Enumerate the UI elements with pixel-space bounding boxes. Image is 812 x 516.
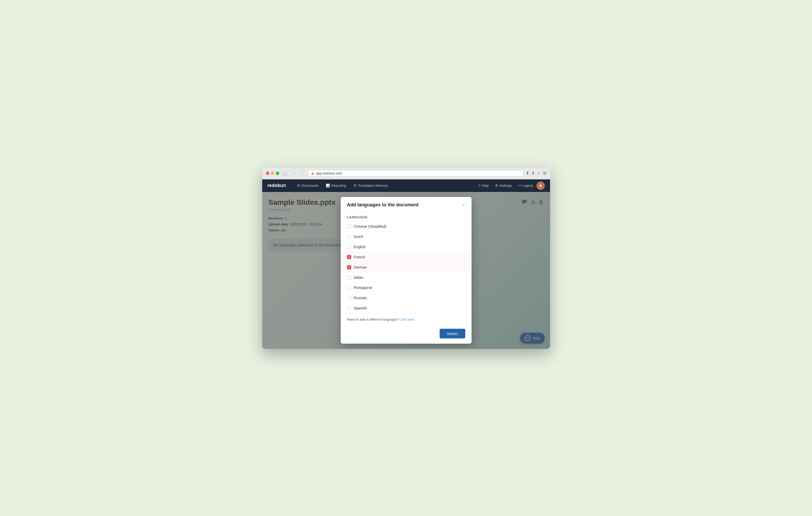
checkbox-french[interactable] bbox=[347, 255, 351, 259]
nav-reporting-label: Reporting bbox=[331, 184, 346, 187]
checkbox-dutch[interactable] bbox=[347, 235, 351, 239]
settings-icon: ⚙ bbox=[495, 184, 498, 187]
language-label-spanish: Spanish bbox=[354, 306, 367, 310]
language-item-russian[interactable]: Russian bbox=[341, 293, 471, 303]
avatar: A bbox=[536, 182, 545, 190]
checkbox-portuguese[interactable] bbox=[347, 285, 351, 290]
language-label-chinese-simplified: Chinese (Simplified) bbox=[354, 224, 386, 229]
share-icon[interactable]: ⬆ bbox=[531, 171, 535, 176]
language-list: Chinese (Simplified) Dutch English bbox=[341, 221, 471, 313]
grid-icon[interactable]: ⊞ bbox=[543, 171, 546, 176]
language-label-italian: Italian bbox=[354, 275, 364, 280]
diff-lang-text: Need to add a different language? bbox=[347, 317, 398, 322]
language-column-header: Language bbox=[341, 212, 471, 221]
nav-logout-label: Logout bbox=[522, 184, 533, 187]
checkbox-italian[interactable] bbox=[347, 275, 351, 280]
language-label-dutch: Dutch bbox=[354, 235, 364, 239]
translation-memory-icon: ☰ bbox=[353, 184, 357, 187]
language-label-russian: Russian bbox=[354, 296, 367, 300]
documents-icon: ☰ bbox=[297, 184, 300, 187]
checkbox-russian[interactable] bbox=[347, 296, 351, 300]
modal-close-button[interactable]: × bbox=[462, 203, 465, 207]
app-navbar: redokun ☰ Documents 📊 Reporting ☰ Transl… bbox=[262, 179, 550, 192]
select-button[interactable]: Select bbox=[440, 329, 465, 338]
browser-actions: ⬇ ⬆ ＋ ⊞ bbox=[526, 171, 546, 176]
app-logo: redokun bbox=[267, 183, 286, 188]
language-item-italian[interactable]: Italian bbox=[341, 272, 471, 282]
language-item-french[interactable]: French bbox=[341, 252, 471, 262]
modal-title: Add languages to the document bbox=[347, 202, 419, 208]
close-button[interactable] bbox=[266, 172, 269, 175]
checkbox-german[interactable] bbox=[347, 265, 351, 269]
browser-window: ⬜ ‹ › 🔒 app.redokun.com ⬇ ⬆ ＋ ⊞ redokun … bbox=[262, 168, 550, 349]
language-item-portuguese[interactable]: Portuguese bbox=[341, 282, 471, 293]
nav-help-label: Help bbox=[482, 184, 489, 187]
download-icon[interactable]: ⬇ bbox=[526, 171, 529, 176]
browser-nav: ‹ › bbox=[292, 170, 306, 176]
click-here-link[interactable]: Click here bbox=[399, 317, 414, 322]
nav-help[interactable]: ? Help bbox=[476, 182, 491, 189]
browser-chrome: ⬜ ‹ › 🔒 app.redokun.com ⬇ ⬆ ＋ ⊞ bbox=[262, 168, 550, 179]
nav-links: ☰ Documents 📊 Reporting ☰ Translation Me… bbox=[294, 182, 476, 189]
app-content: Sample Slides.pptx Document List Revisio… bbox=[262, 192, 550, 349]
help-icon: ? bbox=[478, 184, 481, 187]
lock-icon: 🔒 bbox=[311, 172, 315, 175]
nav-translation-memory[interactable]: ☰ Translation Memory bbox=[350, 182, 391, 189]
modal-body: Language Chinese (Simplified) Dutch E bbox=[341, 212, 471, 313]
language-label-english: English bbox=[354, 245, 366, 249]
nav-settings[interactable]: ⚙ Settings bbox=[492, 182, 515, 189]
language-item-chinese-simplified[interactable]: Chinese (Simplified) bbox=[341, 221, 471, 232]
logout-icon: ↪ bbox=[518, 184, 521, 187]
modal-footer: Need to add a different language? Click … bbox=[341, 313, 471, 326]
nav-documents-label: Documents bbox=[301, 184, 319, 187]
nav-back-button[interactable]: ‹ bbox=[292, 170, 298, 176]
language-label-portuguese: Portuguese bbox=[354, 285, 373, 290]
avatar-initial: A bbox=[539, 184, 542, 188]
nav-forward-button[interactable]: › bbox=[300, 170, 306, 176]
checkbox-chinese-simplified[interactable] bbox=[347, 224, 351, 229]
nav-translation-memory-label: Translation Memory bbox=[358, 184, 388, 187]
reporting-icon: 📊 bbox=[326, 184, 330, 187]
language-item-english[interactable]: English bbox=[341, 242, 471, 252]
modal-overlay: Add languages to the document × Language… bbox=[262, 192, 550, 349]
nav-settings-label: Settings bbox=[499, 184, 512, 187]
new-tab-icon[interactable]: ＋ bbox=[537, 171, 541, 176]
nav-right: ? Help ⚙ Settings ↪ Logout A bbox=[476, 182, 545, 190]
language-item-german[interactable]: German bbox=[341, 262, 471, 272]
sidebar-icon[interactable]: ⬜ bbox=[282, 170, 288, 176]
address-bar[interactable]: 🔒 app.redokun.com bbox=[308, 170, 523, 177]
language-item-dutch[interactable]: Dutch bbox=[341, 232, 471, 242]
language-label-french: French bbox=[354, 255, 365, 259]
modal-actions: Select bbox=[341, 326, 471, 344]
maximize-button[interactable] bbox=[276, 172, 279, 175]
url-text: app.redokun.com bbox=[316, 171, 342, 175]
minimize-button[interactable] bbox=[271, 172, 274, 175]
nav-logout[interactable]: ↪ Logout bbox=[516, 182, 535, 189]
language-item-spanish[interactable]: Spanish bbox=[341, 303, 471, 313]
checkbox-spanish[interactable] bbox=[347, 306, 351, 310]
different-language-note: Need to add a different language? Click … bbox=[347, 317, 465, 322]
checkbox-english[interactable] bbox=[347, 245, 351, 249]
language-label-german: German bbox=[354, 265, 367, 269]
nav-reporting[interactable]: 📊 Reporting bbox=[323, 182, 349, 189]
traffic-lights bbox=[266, 172, 279, 175]
modal-header: Add languages to the document × bbox=[341, 197, 471, 212]
nav-documents[interactable]: ☰ Documents bbox=[294, 182, 322, 189]
add-languages-modal: Add languages to the document × Language… bbox=[341, 197, 471, 344]
